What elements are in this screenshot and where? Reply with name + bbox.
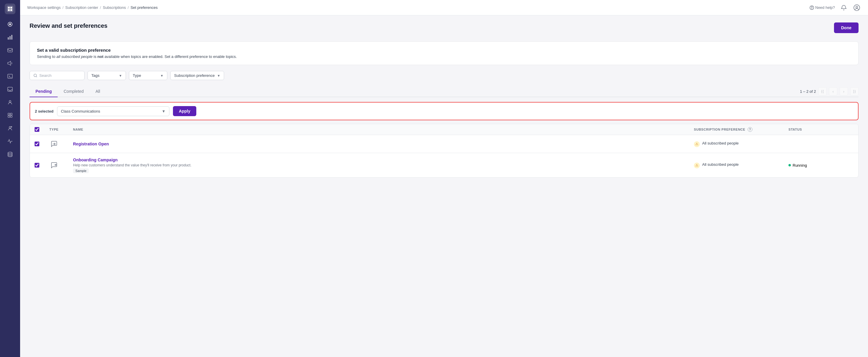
subscription-preference-info-icon[interactable]: ? — [748, 127, 752, 132]
activity-icon[interactable] — [5, 136, 16, 147]
svg-rect-7 — [8, 37, 9, 40]
row-2-tag: Sample — [73, 168, 89, 173]
alert-title: Set a valid subscription preference — [37, 47, 851, 53]
row-2-pref-text: All subscribed people — [702, 162, 739, 167]
breadcrumb: Workspace settings / Subscription center… — [27, 5, 158, 10]
pagination-next-button[interactable]: › — [840, 87, 848, 95]
row-2-checkbox[interactable] — [35, 163, 39, 168]
main-content: Workspace settings / Subscription center… — [20, 0, 868, 357]
row-2-status-cell: Running — [788, 163, 854, 168]
tab-completed[interactable]: Completed — [58, 86, 90, 97]
tags-dropdown[interactable]: Tags ▼ — [88, 71, 126, 80]
row-1-warning-icon: ⚠ — [694, 141, 700, 147]
help-link[interactable]: Need help? — [809, 5, 835, 10]
svg-rect-9 — [11, 35, 12, 40]
campaigns-icon[interactable] — [5, 45, 16, 56]
breadcrumb-sep-3: / — [128, 5, 129, 10]
row-1-checkbox[interactable] — [35, 141, 39, 146]
svg-rect-17 — [10, 116, 12, 117]
subscription-pref-dropdown[interactable]: Subscription preference ▼ — [170, 71, 224, 80]
svg-point-19 — [11, 126, 12, 127]
terminal-icon[interactable] — [5, 71, 16, 82]
pagination-first-button[interactable]: ⟨⟨ — [818, 87, 827, 95]
svg-point-18 — [9, 127, 11, 128]
apply-button[interactable]: Apply — [173, 106, 196, 116]
svg-rect-1 — [8, 7, 10, 8]
alert-desc-italic: all subscribed people — [57, 54, 93, 59]
tab-all[interactable]: All — [90, 86, 106, 97]
tabs-row: Pending Completed All 1 – 2 of 2 ⟨⟨ ‹ › … — [30, 86, 859, 97]
breadcrumb-sep-2: / — [100, 5, 101, 10]
topnav: Workspace settings / Subscription center… — [20, 0, 868, 15]
type-label: Type — [133, 73, 158, 78]
col-status: STATUS — [788, 127, 854, 132]
svg-point-13 — [9, 100, 11, 102]
megaphone-icon[interactable] — [5, 58, 16, 69]
svg-point-26 — [55, 164, 56, 165]
dashboard-icon[interactable] — [5, 19, 16, 30]
tab-pending[interactable]: Pending — [30, 86, 58, 97]
svg-rect-4 — [10, 9, 12, 11]
user-avatar-icon[interactable] — [852, 4, 861, 12]
search-input[interactable] — [39, 73, 81, 78]
select-all-checkbox[interactable] — [35, 127, 39, 132]
subscription-pref-label: Subscription preference — [174, 73, 215, 78]
sidebar — [0, 0, 20, 357]
row-2-pref-cell: ⚠ All subscribed people — [694, 162, 788, 168]
database-icon[interactable] — [5, 149, 16, 160]
svg-rect-10 — [8, 48, 12, 52]
row-2-checkbox-cell — [35, 163, 50, 168]
svg-point-20 — [8, 152, 12, 154]
breadcrumb-workspace[interactable]: Workspace settings — [27, 5, 61, 10]
alert-desc-part1: Sending to — [37, 54, 57, 59]
pagination-last-button[interactable]: ⟩⟩ — [850, 87, 859, 95]
user-admin-icon[interactable] — [5, 123, 16, 134]
breadcrumb-subscription-center[interactable]: Subscription center — [65, 5, 98, 10]
pagination-prev-button[interactable]: ‹ — [829, 87, 837, 95]
subscription-pref-chevron-icon: ▼ — [217, 74, 220, 77]
bulk-selected-count: 2 selected — [35, 109, 54, 113]
logo-icon[interactable] — [5, 4, 16, 14]
notification-icon[interactable] — [840, 4, 848, 12]
svg-rect-2 — [10, 7, 12, 8]
running-status-badge: Running — [788, 163, 807, 168]
page-title: Review and set preferences — [30, 23, 107, 29]
bulk-dropdown[interactable]: Class Communications ▼ — [57, 106, 169, 116]
row-1-pref-cell: ⚠ All subscribed people — [694, 141, 788, 147]
svg-point-6 — [9, 23, 11, 25]
analytics-icon[interactable] — [5, 32, 16, 42]
col-type: TYPE — [50, 127, 73, 132]
contacts-icon[interactable] — [5, 97, 16, 107]
col-subscription-preference: SUBSCRIPTION PREFERENCE ? — [694, 127, 788, 132]
row-2-type-icon — [50, 160, 73, 170]
filters-row: Tags ▼ Type ▼ Subscription preference ▼ — [30, 71, 859, 80]
row-1-pref-text: All subscribed people — [702, 141, 739, 145]
type-dropdown[interactable]: Type ▼ — [129, 71, 167, 80]
row-2-name-cell: Onboarding Campaign Help new customers u… — [73, 157, 694, 173]
done-button[interactable]: Done — [834, 23, 859, 33]
search-filter[interactable] — [30, 71, 85, 80]
bulk-dropdown-label: Class Communications — [61, 109, 159, 113]
row-1-type-icon — [50, 139, 73, 149]
content-area: Review and set preferences Done Set a va… — [20, 15, 868, 357]
pagination-info: 1 – 2 of 2 ⟨⟨ ‹ › ⟩⟩ — [800, 87, 859, 95]
type-chevron-icon: ▼ — [160, 74, 163, 77]
breadcrumb-subscriptions[interactable]: Subscriptions — [103, 5, 126, 10]
col-name: NAME — [73, 127, 694, 132]
subscriptions-table: TYPE NAME SUBSCRIPTION PREFERENCE ? STAT… — [30, 124, 859, 177]
svg-point-24 — [856, 6, 858, 8]
svg-rect-16 — [8, 116, 10, 117]
alert-section: Set a valid subscription preference Send… — [30, 41, 859, 65]
running-status-dot — [788, 164, 791, 166]
alert-desc-part3: available when topics are enabled. Set a… — [104, 54, 237, 59]
row-1-name-link[interactable]: Registration Open — [73, 141, 109, 146]
row-2-name-link[interactable]: Onboarding Campaign — [73, 158, 118, 162]
row-1-name-cell: Registration Open — [73, 141, 694, 147]
row-1-checkbox-cell — [35, 141, 50, 146]
table-row: Registration Open ⚠ All subscribed peopl… — [30, 135, 858, 153]
inbox-icon[interactable] — [5, 84, 16, 95]
svg-rect-15 — [10, 113, 12, 115]
svg-rect-14 — [8, 113, 10, 115]
col-check — [35, 127, 50, 132]
catalog-icon[interactable] — [5, 110, 16, 121]
